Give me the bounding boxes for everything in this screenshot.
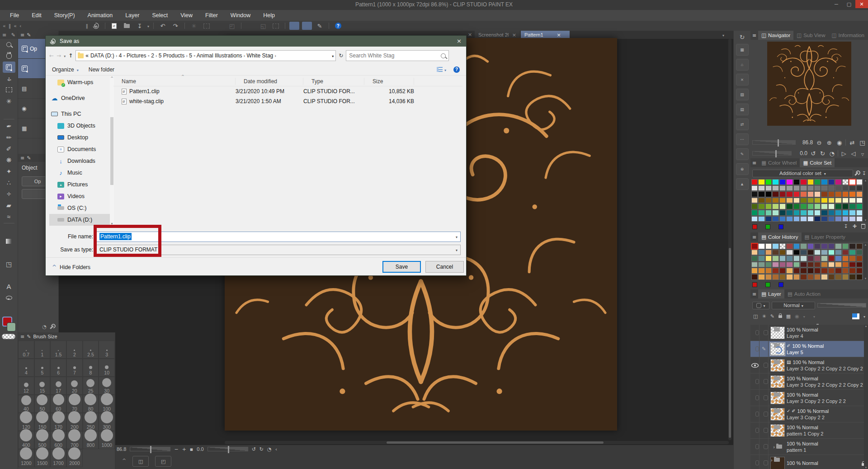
color-swatch[interactable]	[786, 191, 793, 197]
Layer Property[interactable]: Layer Property	[802, 232, 849, 242]
color-swatch[interactable]	[849, 191, 855, 197]
history-swatch[interactable]	[828, 262, 835, 268]
brush-size-cell[interactable]: 7	[66, 359, 83, 377]
color-swatch[interactable]	[828, 198, 835, 204]
history-swatch[interactable]	[786, 250, 793, 256]
collapse-status-icon[interactable]	[275, 446, 277, 452]
history-swatch[interactable]	[828, 256, 835, 261]
color-swatch[interactable]	[835, 216, 841, 222]
brush-size-cell[interactable]: 1700	[50, 449, 66, 467]
help-icon[interactable]: ?	[453, 66, 460, 73]
color-swatch[interactable]	[814, 191, 821, 197]
layer-thumbnail[interactable]: ›	[770, 457, 785, 469]
view-mode-button[interactable]	[437, 66, 446, 73]
layer-row[interactable]: › 100 % Normal Layer 3 Copy 2 2	[750, 406, 868, 422]
color-swatch[interactable]	[842, 179, 849, 185]
lock-transparent-icon[interactable]	[786, 313, 791, 319]
folder-expander-icon[interactable]: ›	[771, 327, 773, 332]
color-swatch[interactable]	[758, 191, 764, 197]
brush-size-cell[interactable]: 70	[66, 395, 83, 413]
color-swatch[interactable]	[772, 210, 778, 216]
close-tab-icon[interactable]	[557, 32, 561, 38]
DATA (D:)[interactable]: DATA (D:)	[90, 52, 114, 59]
reset-icon[interactable]	[42, 324, 47, 330]
history-swatch[interactable]	[765, 256, 772, 261]
help-button[interactable]: ?	[333, 22, 343, 30]
history-swatch[interactable]	[842, 262, 849, 268]
color-swatch[interactable]	[856, 210, 863, 216]
color-swatch[interactable]	[842, 216, 849, 222]
brush-size-cell[interactable]: 2000	[66, 449, 83, 467]
brush-size-cell[interactable]: 2.5	[83, 341, 99, 359]
color-swatch[interactable]	[842, 210, 849, 216]
history-swatch[interactable]	[814, 256, 821, 261]
color-swatch[interactable]	[835, 204, 841, 209]
refresh-icon[interactable]	[339, 52, 343, 59]
zoom-in-icon[interactable]	[826, 139, 833, 146]
history-swatch[interactable]	[835, 274, 841, 280]
folder-expander-icon[interactable]: ›	[771, 392, 773, 398]
history-swatch[interactable]	[828, 274, 835, 280]
Layer[interactable]: Layer	[119, 10, 146, 21]
color-swatch[interactable]	[835, 210, 841, 216]
history-swatch[interactable]	[849, 243, 855, 249]
history-swatch[interactable]	[835, 256, 841, 261]
history-swatch[interactable]	[800, 243, 807, 249]
brush-size-cell[interactable]: 170	[50, 413, 66, 431]
layer-thumbnail[interactable]: ›	[770, 441, 785, 453]
layer-visibility-toggle[interactable]	[750, 455, 760, 469]
color-swatch[interactable]	[828, 191, 835, 197]
DATA (D:)[interactable]: DATA (D:)	[49, 214, 110, 226]
tool-brush[interactable]: ✐	[3, 143, 15, 154]
color-swatch[interactable]	[765, 210, 772, 216]
color-swatch[interactable]	[793, 185, 800, 191]
history-swatch[interactable]	[835, 243, 841, 249]
color-swatch[interactable]	[807, 179, 814, 185]
history-swatch[interactable]	[842, 268, 849, 274]
layer-color-chip[interactable]	[852, 313, 859, 319]
selection-launcher-button[interactable]	[245, 22, 255, 30]
layer-list-scrollbar[interactable]: ▲▼	[864, 325, 868, 469]
history-swatch[interactable]	[821, 250, 827, 256]
undo-button[interactable]	[158, 22, 168, 30]
brush-size-cell[interactable]: 800	[83, 431, 99, 449]
color-swatch[interactable]	[849, 204, 855, 209]
color-swatch[interactable]	[835, 185, 841, 191]
color-swatch[interactable]	[849, 198, 855, 204]
Story(P)[interactable]: Story(P)	[48, 10, 81, 21]
history-swatch[interactable]	[807, 268, 814, 274]
color-swatch[interactable]	[758, 210, 764, 216]
color-swatch[interactable]	[835, 198, 841, 204]
tool-text[interactable]: A	[3, 281, 15, 292]
history-swatch[interactable]	[786, 274, 793, 280]
history-swatch[interactable]	[807, 256, 814, 261]
color-swatch[interactable]	[800, 204, 807, 209]
color-swatch[interactable]	[821, 191, 827, 197]
rotate-ccw-icon[interactable]	[252, 446, 256, 452]
color-swatch[interactable]	[814, 198, 821, 204]
brush-size-cell[interactable]: 400	[18, 431, 34, 449]
color-swatch[interactable]	[758, 179, 764, 185]
brush-size-cell[interactable]: 120	[18, 413, 34, 431]
color-swatch[interactable]	[814, 185, 821, 191]
rotate-ccw-icon[interactable]	[810, 150, 817, 157]
color-swatch[interactable]	[793, 216, 800, 222]
5 - Animal Illustrations[interactable]: 5 - Animal Illustrations	[189, 52, 242, 59]
default-color-chip[interactable]	[765, 224, 770, 229]
palette-menu-icon[interactable]	[752, 33, 756, 38]
folder-expander-icon[interactable]: ›	[771, 343, 773, 349]
layer-pen-column[interactable]	[760, 374, 769, 390]
history-swatch[interactable]	[765, 268, 772, 274]
brush-size-cell[interactable]: 80	[83, 395, 99, 413]
cancel-button[interactable]: Cancel	[425, 261, 464, 273]
layer-row[interactable]: › 100 % Normal	[750, 455, 868, 469]
tool-fill[interactable]	[3, 224, 15, 236]
history-swatch[interactable]	[842, 274, 849, 280]
history-swatch[interactable]	[793, 262, 800, 268]
minimize-button[interactable]: ─	[830, 0, 843, 8]
Warm-ups[interactable]: Warm-ups	[49, 76, 110, 88]
palette-menu-icon[interactable]	[752, 291, 756, 297]
material-folder-home[interactable]: ⌂	[736, 59, 749, 71]
brush-size-cell[interactable]: 1000	[99, 431, 115, 449]
reset-rotation-icon[interactable]	[828, 150, 835, 157]
